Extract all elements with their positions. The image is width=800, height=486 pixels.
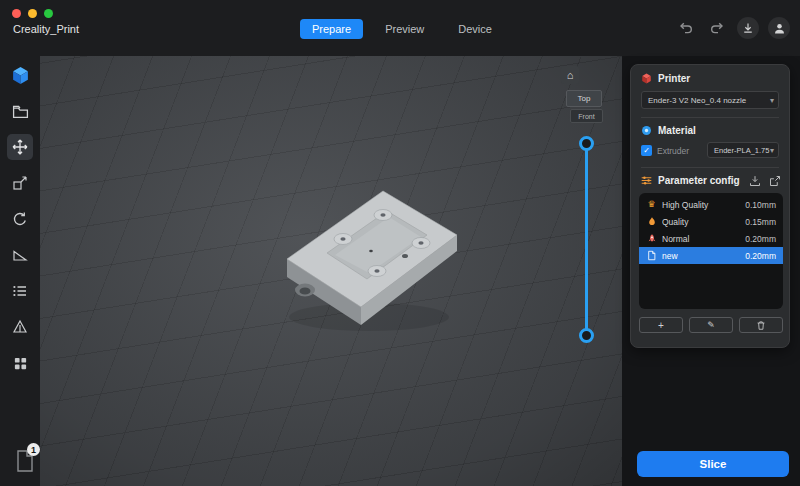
- profile-list: ♛ High Quality 0.10mm Quality 0.15mm: [639, 193, 783, 309]
- app-title: Creality_Print: [13, 23, 79, 35]
- crown-icon: ♛: [646, 200, 657, 209]
- chevron-down-icon: ▾: [770, 146, 778, 155]
- rocket-icon: [646, 233, 657, 244]
- view-front-button[interactable]: Front: [570, 109, 603, 123]
- tab-device[interactable]: Device: [446, 19, 504, 39]
- top-bar: Creality_Print Prepare Preview Device: [0, 0, 800, 56]
- printer-section-title: Printer: [658, 73, 690, 84]
- open-file-button[interactable]: [7, 98, 33, 124]
- folder-icon: [12, 103, 29, 120]
- material-select[interactable]: Ender-PLA_1.75 ▾: [707, 142, 779, 158]
- download-button[interactable]: [737, 17, 759, 39]
- window-maximize-button[interactable]: [44, 9, 53, 18]
- user-icon: [773, 22, 786, 35]
- profile-buttons: + ✎: [639, 317, 783, 333]
- redo-button[interactable]: [706, 17, 728, 39]
- move-tool-button[interactable]: [7, 134, 33, 160]
- tab-preview[interactable]: Preview: [373, 19, 436, 39]
- scale-icon: [12, 175, 28, 191]
- extruder-checkbox[interactable]: ✓: [641, 145, 652, 156]
- material-section-header: Material: [641, 125, 696, 136]
- model-cube-icon: [11, 66, 30, 85]
- add-profile-button[interactable]: +: [639, 317, 683, 333]
- material-icon: [641, 125, 652, 136]
- flame-icon: [646, 216, 657, 227]
- parameter-config-icon: [641, 175, 652, 186]
- section-divider: [641, 117, 779, 118]
- clone-tool-button[interactable]: [7, 350, 33, 376]
- printer-select[interactable]: Ender-3 V2 Neo_0.4 nozzle ▾: [641, 91, 779, 109]
- window-controls: [12, 9, 53, 18]
- tab-prepare[interactable]: Prepare: [300, 19, 363, 39]
- lay-flat-icon: [12, 247, 28, 263]
- grid-dots-icon: [13, 356, 28, 371]
- chevron-down-icon: ▾: [770, 96, 778, 105]
- material-select-value: Ender-PLA_1.75: [708, 146, 770, 155]
- section-divider: [641, 167, 779, 168]
- app-window: Creality_Print Prepare Preview Device: [0, 0, 800, 486]
- window-minimize-button[interactable]: [28, 9, 37, 18]
- undo-button[interactable]: [675, 17, 697, 39]
- list-icon: [12, 283, 28, 299]
- profile-row-normal[interactable]: Normal 0.20mm: [639, 230, 783, 247]
- download-icon: [742, 22, 754, 34]
- layer-slider-track[interactable]: [585, 143, 588, 335]
- object-count-badge: 1: [27, 443, 40, 456]
- slice-button[interactable]: Slice: [637, 451, 789, 477]
- window-close-button[interactable]: [12, 9, 21, 18]
- settings-panel: Printer Ender-3 V2 Neo_0.4 nozzle ▾ Mate…: [630, 64, 790, 348]
- layer-slider-lower-handle[interactable]: [579, 328, 594, 343]
- parameter-config-title: Parameter config: [658, 175, 740, 186]
- material-section-title: Material: [658, 125, 696, 136]
- rotate-tool-button[interactable]: [7, 206, 33, 232]
- edit-profile-button[interactable]: ✎: [689, 317, 733, 333]
- extruder-label: Extruder: [657, 146, 689, 156]
- support-settings-button[interactable]: [7, 278, 33, 304]
- left-toolbar: [0, 56, 40, 486]
- document-icon: [646, 250, 657, 261]
- home-view-button[interactable]: ⌂: [561, 66, 579, 84]
- mode-tabs: Prepare Preview Device: [300, 19, 504, 39]
- right-dock: Printer Ender-3 V2 Neo_0.4 nozzle ▾ Mate…: [622, 56, 800, 486]
- profile-row-high-quality[interactable]: ♛ High Quality 0.10mm: [639, 196, 783, 213]
- model-object[interactable]: [255, 171, 485, 341]
- printer-section-header: Printer: [641, 73, 690, 84]
- viewport-3d[interactable]: ⌂ Top Front: [40, 56, 622, 486]
- view-top-button[interactable]: Top: [566, 90, 602, 107]
- parameter-config-header: Parameter config: [641, 175, 740, 186]
- move-icon: [12, 139, 28, 155]
- scale-tool-button[interactable]: [7, 170, 33, 196]
- trash-icon: [756, 320, 766, 331]
- printer-icon: [641, 73, 652, 84]
- redo-icon: [709, 21, 725, 35]
- model-library-button[interactable]: [7, 62, 33, 88]
- import-profile-icon[interactable]: [749, 175, 761, 187]
- export-profile-icon[interactable]: [769, 175, 781, 187]
- delete-profile-button[interactable]: [739, 317, 783, 333]
- printer-select-value: Ender-3 V2 Neo_0.4 nozzle: [642, 96, 770, 105]
- auto-arrange-icon: [12, 319, 28, 335]
- account-button[interactable]: [768, 17, 790, 39]
- profile-row-new[interactable]: new 0.20mm: [639, 247, 783, 264]
- layer-slider-upper-handle[interactable]: [579, 136, 594, 151]
- rotate-icon: [12, 211, 28, 227]
- lay-flat-tool-button[interactable]: [7, 242, 33, 268]
- profile-row-quality[interactable]: Quality 0.15mm: [639, 213, 783, 230]
- top-actions: [675, 17, 790, 39]
- undo-icon: [678, 21, 694, 35]
- parameter-config-actions: [749, 175, 781, 187]
- auto-arrange-tool-button[interactable]: [7, 314, 33, 340]
